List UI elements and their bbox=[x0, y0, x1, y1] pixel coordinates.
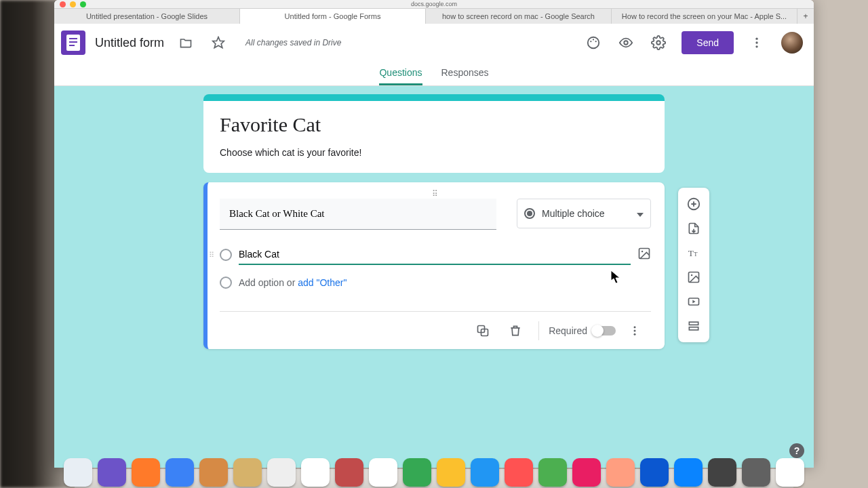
question-more-button[interactable] bbox=[621, 317, 648, 344]
close-window-icon[interactable] bbox=[60, 1, 66, 7]
import-questions-button[interactable] bbox=[678, 216, 709, 241]
question-title-input[interactable] bbox=[220, 199, 496, 230]
svg-marker-27 bbox=[692, 300, 695, 304]
dock-app-icon[interactable] bbox=[505, 458, 533, 487]
svg-point-8 bbox=[595, 41, 597, 42]
svg-point-18 bbox=[634, 326, 636, 328]
preview-button[interactable] bbox=[612, 29, 639, 56]
dock-app-icon[interactable] bbox=[267, 458, 296, 487]
question-type-dropdown[interactable]: Multiple choice bbox=[517, 199, 651, 228]
dock-app-icon[interactable] bbox=[301, 458, 330, 487]
add-option-row: Add option or add "Other" bbox=[220, 269, 651, 296]
send-button[interactable]: Send bbox=[682, 31, 734, 54]
add-other-button[interactable]: add "Other" bbox=[298, 277, 347, 288]
dock-app-icon[interactable] bbox=[64, 458, 92, 487]
add-option-button[interactable]: Add option bbox=[239, 277, 284, 288]
question-footer: Required bbox=[220, 311, 651, 349]
svg-rect-3 bbox=[69, 45, 75, 46]
add-question-button[interactable] bbox=[678, 192, 709, 216]
svg-point-15 bbox=[642, 251, 644, 253]
question-type-label: Multiple choice bbox=[542, 208, 605, 219]
form-canvas: Favorite Cat Choose which cat is your fa… bbox=[54, 86, 814, 468]
svg-rect-29 bbox=[689, 327, 698, 330]
customize-theme-button[interactable] bbox=[580, 29, 607, 56]
radio-icon bbox=[220, 249, 232, 261]
help-button[interactable]: ? bbox=[789, 443, 804, 458]
dock-app-icon[interactable] bbox=[335, 458, 363, 487]
option-drag-handle-icon[interactable]: ⠿ bbox=[209, 251, 215, 260]
question-card[interactable]: ⠿ Multiple choice ⠿ bbox=[203, 182, 665, 349]
dock-app-icon[interactable] bbox=[606, 458, 635, 487]
svg-point-19 bbox=[634, 329, 636, 331]
svg-point-12 bbox=[755, 41, 757, 43]
tab-responses[interactable]: Responses bbox=[441, 62, 489, 85]
add-image-to-option-button[interactable] bbox=[637, 247, 651, 263]
svg-text:T: T bbox=[694, 251, 698, 258]
delete-button[interactable] bbox=[502, 317, 529, 344]
add-title-button[interactable]: TT bbox=[678, 241, 709, 265]
radio-icon bbox=[524, 208, 535, 219]
dock-app-icon[interactable] bbox=[572, 458, 601, 487]
forms-logo-icon[interactable] bbox=[61, 30, 85, 55]
dock-app-icon[interactable] bbox=[165, 458, 194, 487]
dock-app-icon[interactable] bbox=[640, 458, 669, 487]
form-title-card[interactable]: Favorite Cat Choose which cat is your fa… bbox=[203, 94, 665, 173]
svg-rect-1 bbox=[69, 38, 77, 39]
tab-bar: Untitled presentation - Google Slides Un… bbox=[54, 9, 814, 24]
dock-app-icon[interactable] bbox=[369, 458, 397, 487]
separator bbox=[538, 321, 539, 340]
dock-app-icon[interactable] bbox=[708, 458, 736, 487]
duplicate-button[interactable] bbox=[469, 317, 496, 344]
move-to-folder-button[interactable] bbox=[172, 29, 199, 56]
dock-app-icon[interactable] bbox=[132, 458, 160, 487]
option-input[interactable] bbox=[239, 245, 631, 265]
dock-app-icon[interactable] bbox=[233, 458, 262, 487]
browser-tab[interactable]: Untitled form - Google Forms bbox=[240, 9, 426, 24]
browser-tab[interactable]: how to screen record on mac - Google Sea… bbox=[426, 9, 612, 24]
address-text: docs.google.com bbox=[411, 1, 457, 7]
macos-dock bbox=[75, 469, 793, 488]
browser-window: docs.google.com Untitled presentation - … bbox=[54, 0, 814, 468]
form-title[interactable]: Untitled form bbox=[95, 36, 164, 50]
more-button[interactable] bbox=[743, 29, 770, 56]
account-avatar[interactable] bbox=[781, 32, 803, 54]
forms-header: Untitled form All changes saved in Drive… bbox=[54, 24, 814, 62]
dock-app-icon[interactable] bbox=[471, 458, 499, 487]
dock-app-icon[interactable] bbox=[199, 458, 228, 487]
form-header-description[interactable]: Choose which cat is your favorite! bbox=[220, 147, 648, 158]
svg-rect-2 bbox=[69, 41, 77, 43]
new-tab-button[interactable]: + bbox=[797, 9, 814, 24]
dock-app-icon[interactable] bbox=[437, 458, 465, 487]
settings-button[interactable] bbox=[645, 29, 672, 56]
add-image-button[interactable] bbox=[678, 265, 709, 289]
browser-tab[interactable]: Untitled presentation - Google Slides bbox=[54, 9, 240, 24]
required-toggle[interactable] bbox=[593, 326, 616, 336]
svg-point-20 bbox=[634, 333, 636, 335]
browser-tab[interactable]: How to record the screen on your Mac - A… bbox=[612, 9, 797, 24]
star-button[interactable] bbox=[205, 29, 232, 56]
drag-handle-icon[interactable]: ⠿ bbox=[220, 189, 651, 199]
svg-point-7 bbox=[593, 39, 594, 40]
dock-app-icon[interactable] bbox=[776, 458, 804, 487]
window-controls bbox=[60, 1, 86, 7]
form-stack: Favorite Cat Choose which cat is your fa… bbox=[203, 94, 665, 349]
dock-app-icon[interactable] bbox=[742, 458, 770, 487]
svg-marker-4 bbox=[213, 37, 224, 48]
address-bar[interactable]: docs.google.com bbox=[54, 0, 814, 9]
option-row: ⠿ bbox=[220, 241, 651, 269]
svg-point-5 bbox=[588, 37, 599, 49]
svg-text:T: T bbox=[688, 248, 694, 258]
dock-app-icon[interactable] bbox=[98, 458, 126, 487]
svg-point-9 bbox=[625, 41, 629, 45]
save-status: All changes saved in Drive bbox=[245, 38, 341, 47]
form-header-title[interactable]: Favorite Cat bbox=[220, 113, 648, 136]
minimize-window-icon[interactable] bbox=[70, 1, 76, 7]
dock-app-icon[interactable] bbox=[403, 458, 431, 487]
svg-point-10 bbox=[657, 41, 661, 45]
dock-app-icon[interactable] bbox=[538, 458, 567, 487]
add-section-button[interactable] bbox=[678, 314, 709, 338]
zoom-window-icon[interactable] bbox=[80, 1, 86, 7]
tab-questions[interactable]: Questions bbox=[379, 62, 422, 85]
dock-app-icon[interactable] bbox=[674, 458, 703, 487]
add-video-button[interactable] bbox=[678, 289, 709, 314]
